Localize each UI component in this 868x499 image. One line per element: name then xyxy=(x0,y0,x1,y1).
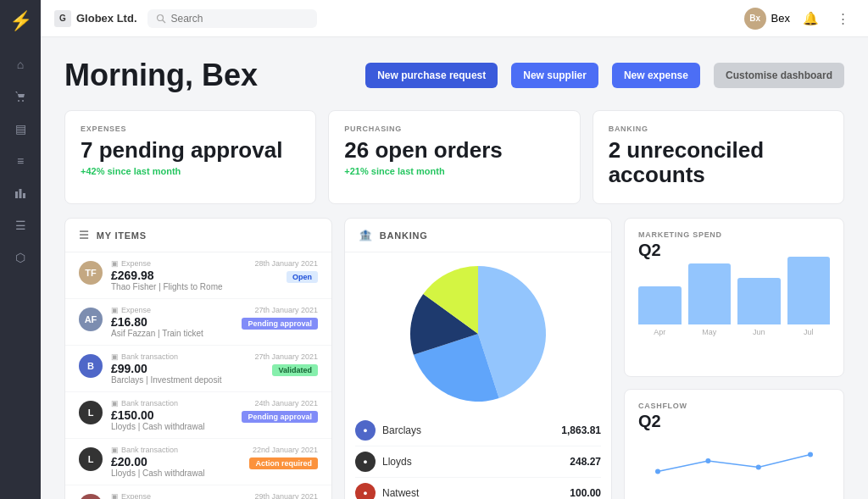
new-supplier-button[interactable]: New supplier xyxy=(511,63,598,88)
item-right: 22nd January 2021 Action required xyxy=(249,446,318,469)
item-type: ▣ Expense xyxy=(111,259,246,268)
item-avatar: L xyxy=(79,447,103,471)
expenses-stat-card: EXPENSES 7 pending approval +42% since l… xyxy=(64,110,316,204)
item-avatar: B xyxy=(79,354,103,378)
marketing-label: MARKETING SPEND xyxy=(638,230,830,239)
item-desc: Barclays | Investment deposit xyxy=(111,375,246,385)
bank-item[interactable]: ● Lloyds 248.27 xyxy=(355,446,601,478)
item-type: ▣ Expense xyxy=(111,492,246,499)
sidebar-item-menu[interactable]: ☰ xyxy=(7,212,34,239)
item-content: ▣ Expense £13.46 Jenny Hamilton • Uber B… xyxy=(111,492,246,499)
sidebar-item-hex[interactable]: ⬡ xyxy=(7,244,34,271)
line-point xyxy=(705,458,710,463)
bar xyxy=(688,263,732,324)
banking-panel: 🏦 BANKING ● Barclays 1,863.81 ● Lloyds 2… xyxy=(344,218,612,499)
bar-group: Jul xyxy=(787,257,831,336)
pie-chart xyxy=(410,266,546,402)
item-date: 29th January 2021 xyxy=(254,492,318,499)
purchasing-stat-card: PURCHASING 26 open orders +21% since las… xyxy=(328,110,580,204)
list-item[interactable]: B ▣ Bank transaction £99.00 Barclays | I… xyxy=(65,346,331,392)
bank-item[interactable]: ● Barclays 1,863.81 xyxy=(355,415,601,446)
user-name: Bex xyxy=(771,12,790,25)
item-type: ▣ Expense xyxy=(111,306,233,314)
item-content: ▣ Bank transaction £20.00 Lloyds | Cash … xyxy=(111,446,241,478)
bar xyxy=(737,278,781,324)
main-wrapper: G Globex Ltd. Bx Bex 🔔 ⋮ Morning, Bex Ne… xyxy=(41,0,868,499)
my-items-list: TF ▣ Expense £269.98 Thao Fisher | Fligh… xyxy=(65,252,331,499)
item-date: 27th January 2021 xyxy=(254,306,318,314)
list-item[interactable]: JH ▣ Expense £13.46 Jenny Hamilton • Ube… xyxy=(65,485,331,499)
item-badge: Action required xyxy=(249,457,318,469)
item-avatar: L xyxy=(79,401,103,424)
company-name: Globex Ltd. xyxy=(76,12,137,25)
marketing-spend-card: MARKETING SPEND Q2 Apr May Jun Jul xyxy=(624,218,844,377)
topbar-company: G Globex Ltd. xyxy=(54,10,137,27)
sidebar-item-list[interactable]: ▤ xyxy=(7,115,34,142)
expenses-label: EXPENSES xyxy=(81,125,300,133)
item-desc: Lloyds | Cash withdrawal xyxy=(111,469,241,478)
list-item[interactable]: L ▣ Bank transaction £20.00 Lloyds | Cas… xyxy=(65,439,331,485)
bar-group: Apr xyxy=(638,286,682,336)
topbar: G Globex Ltd. Bx Bex 🔔 ⋮ xyxy=(41,0,868,37)
sidebar-item-cart[interactable] xyxy=(7,83,34,110)
item-amount: £20.00 xyxy=(111,455,241,469)
list-item[interactable]: L ▣ Bank transaction £150.00 Lloyds | Ca… xyxy=(65,392,331,439)
item-badge: Open xyxy=(287,271,318,283)
page-title: Morning, Bex xyxy=(64,58,352,93)
purchasing-change: +21% since last month xyxy=(344,166,564,176)
my-items-title: MY ITEMS xyxy=(97,230,147,241)
search-box xyxy=(147,9,317,28)
stat-cards: EXPENSES 7 pending approval +42% since l… xyxy=(64,110,844,204)
item-badge: Validated xyxy=(272,364,318,376)
bar-label: Jun xyxy=(753,328,765,336)
line-chart-svg xyxy=(638,440,830,499)
item-right: 29th January 2021 Validated xyxy=(254,492,318,499)
line-path xyxy=(658,455,810,472)
banking-stat-card: BANKING 2 unreconciled accounts xyxy=(593,110,844,204)
item-right: 28th January 2021 Open xyxy=(254,259,318,283)
item-amount: £269.98 xyxy=(111,269,246,282)
item-date: 27th January 2021 xyxy=(254,352,318,361)
bar xyxy=(787,257,831,324)
bank-item[interactable]: ● Natwest 100.00 xyxy=(355,478,601,499)
item-desc: Asif Fazzan | Train ticket xyxy=(111,329,233,338)
new-purchase-button[interactable]: New purchase request xyxy=(365,63,498,88)
bar-group: May xyxy=(688,263,732,336)
sidebar-logo-icon: ⚡ xyxy=(9,10,32,32)
bank-item-amount: 248.27 xyxy=(570,456,601,468)
bar-label: Apr xyxy=(654,328,665,336)
item-type: ▣ Bank transaction xyxy=(111,399,233,408)
purchasing-value: 26 open orders xyxy=(344,138,564,163)
bar-chart: Apr May Jun Jul xyxy=(638,269,830,336)
sidebar: ⚡ ⌂ ▤ ≡ ☰ ⬡ xyxy=(0,0,41,499)
bank-item-amount: 100.00 xyxy=(570,487,601,499)
item-badge: Pending approval xyxy=(242,318,318,330)
item-avatar: TF xyxy=(79,261,103,285)
item-avatar: JH xyxy=(79,494,103,499)
list-item[interactable]: AF ▣ Expense £16.80 Asif Fazzan | Train … xyxy=(65,299,331,346)
item-amount: £16.80 xyxy=(111,315,233,329)
sidebar-item-lines[interactable]: ≡ xyxy=(7,147,34,175)
item-desc: Thao Fisher | Flights to Rome xyxy=(111,282,246,291)
notifications-button[interactable]: 🔔 xyxy=(798,7,822,30)
bank-item-name: Lloyds xyxy=(382,456,563,468)
customise-dashboard-button[interactable]: Customise dashboard xyxy=(714,63,844,88)
user-profile[interactable]: Bx Bex xyxy=(744,8,790,30)
bank-item-name: Natwest xyxy=(382,487,563,499)
item-badge: Pending approval xyxy=(242,411,318,423)
search-icon xyxy=(156,14,166,24)
new-expense-button[interactable]: New expense xyxy=(612,63,700,88)
list-item[interactable]: TF ▣ Expense £269.98 Thao Fisher | Fligh… xyxy=(65,252,331,299)
sidebar-item-home[interactable]: ⌂ xyxy=(7,51,34,78)
more-options-button[interactable]: ⋮ xyxy=(831,7,854,30)
search-input[interactable] xyxy=(171,13,290,25)
svg-point-1 xyxy=(22,100,24,102)
bar-label: May xyxy=(702,328,716,336)
svg-line-6 xyxy=(162,19,165,23)
pie-chart-container xyxy=(345,252,611,415)
company-icon: G xyxy=(54,10,71,27)
svg-rect-4 xyxy=(23,193,25,198)
item-type: ▣ Bank transaction xyxy=(111,446,241,454)
sidebar-item-chart[interactable] xyxy=(7,180,34,207)
item-amount: £99.00 xyxy=(111,362,246,375)
